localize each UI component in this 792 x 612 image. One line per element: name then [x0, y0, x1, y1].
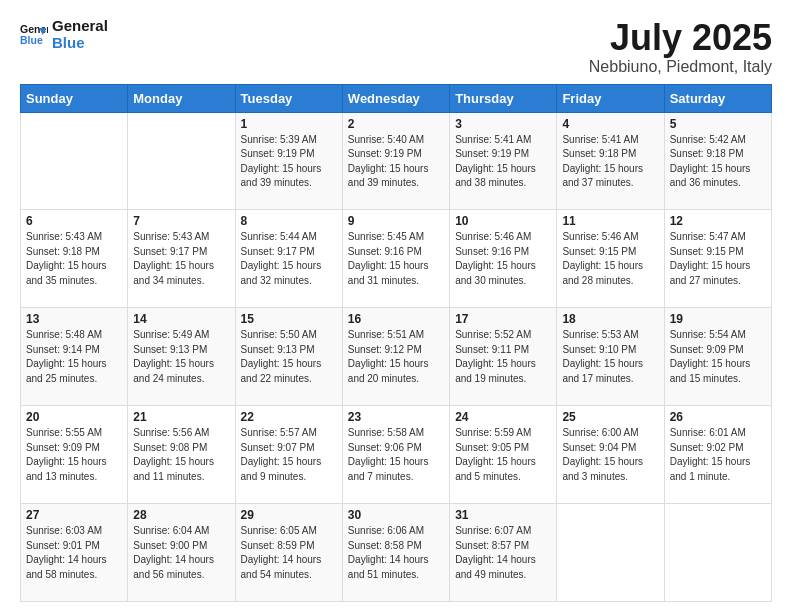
day-info: Sunrise: 5:48 AM Sunset: 9:14 PM Dayligh… — [26, 328, 122, 386]
day-number: 23 — [348, 410, 444, 424]
day-number: 10 — [455, 214, 551, 228]
calendar-cell: 15Sunrise: 5:50 AM Sunset: 9:13 PM Dayli… — [235, 308, 342, 406]
calendar-header-monday: Monday — [128, 84, 235, 112]
calendar-cell: 4Sunrise: 5:41 AM Sunset: 9:18 PM Daylig… — [557, 112, 664, 210]
day-info: Sunrise: 5:41 AM Sunset: 9:19 PM Dayligh… — [455, 133, 551, 191]
main-title: July 2025 — [589, 18, 772, 58]
calendar-cell: 27Sunrise: 6:03 AM Sunset: 9:01 PM Dayli… — [21, 504, 128, 602]
calendar-cell: 28Sunrise: 6:04 AM Sunset: 9:00 PM Dayli… — [128, 504, 235, 602]
day-number: 4 — [562, 117, 658, 131]
day-info: Sunrise: 6:05 AM Sunset: 8:59 PM Dayligh… — [241, 524, 337, 582]
calendar-cell: 29Sunrise: 6:05 AM Sunset: 8:59 PM Dayli… — [235, 504, 342, 602]
calendar-cell: 6Sunrise: 5:43 AM Sunset: 9:18 PM Daylig… — [21, 210, 128, 308]
day-info: Sunrise: 6:07 AM Sunset: 8:57 PM Dayligh… — [455, 524, 551, 582]
day-info: Sunrise: 6:06 AM Sunset: 8:58 PM Dayligh… — [348, 524, 444, 582]
title-block: July 2025 Nebbiuno, Piedmont, Italy — [589, 18, 772, 76]
day-number: 17 — [455, 312, 551, 326]
day-info: Sunrise: 5:42 AM Sunset: 9:18 PM Dayligh… — [670, 133, 766, 191]
calendar-cell: 24Sunrise: 5:59 AM Sunset: 9:05 PM Dayli… — [450, 406, 557, 504]
calendar-cell: 10Sunrise: 5:46 AM Sunset: 9:16 PM Dayli… — [450, 210, 557, 308]
day-number: 12 — [670, 214, 766, 228]
header: General Blue General Blue July 2025 Nebb… — [20, 18, 772, 76]
calendar-cell — [21, 112, 128, 210]
calendar-cell: 17Sunrise: 5:52 AM Sunset: 9:11 PM Dayli… — [450, 308, 557, 406]
day-info: Sunrise: 5:46 AM Sunset: 9:15 PM Dayligh… — [562, 230, 658, 288]
calendar-week-1: 1Sunrise: 5:39 AM Sunset: 9:19 PM Daylig… — [21, 112, 772, 210]
day-number: 7 — [133, 214, 229, 228]
calendar-cell: 20Sunrise: 5:55 AM Sunset: 9:09 PM Dayli… — [21, 406, 128, 504]
day-number: 1 — [241, 117, 337, 131]
calendar-week-5: 27Sunrise: 6:03 AM Sunset: 9:01 PM Dayli… — [21, 504, 772, 602]
calendar-header-tuesday: Tuesday — [235, 84, 342, 112]
day-number: 18 — [562, 312, 658, 326]
day-info: Sunrise: 5:49 AM Sunset: 9:13 PM Dayligh… — [133, 328, 229, 386]
day-info: Sunrise: 5:54 AM Sunset: 9:09 PM Dayligh… — [670, 328, 766, 386]
day-number: 21 — [133, 410, 229, 424]
day-number: 13 — [26, 312, 122, 326]
calendar-cell: 11Sunrise: 5:46 AM Sunset: 9:15 PM Dayli… — [557, 210, 664, 308]
day-number: 15 — [241, 312, 337, 326]
day-info: Sunrise: 5:40 AM Sunset: 9:19 PM Dayligh… — [348, 133, 444, 191]
day-number: 27 — [26, 508, 122, 522]
calendar-cell — [664, 504, 771, 602]
calendar-header-thursday: Thursday — [450, 84, 557, 112]
calendar-cell: 8Sunrise: 5:44 AM Sunset: 9:17 PM Daylig… — [235, 210, 342, 308]
day-info: Sunrise: 6:04 AM Sunset: 9:00 PM Dayligh… — [133, 524, 229, 582]
calendar-cell: 1Sunrise: 5:39 AM Sunset: 9:19 PM Daylig… — [235, 112, 342, 210]
calendar-cell: 19Sunrise: 5:54 AM Sunset: 9:09 PM Dayli… — [664, 308, 771, 406]
logo-line1: General — [52, 18, 108, 35]
day-info: Sunrise: 5:50 AM Sunset: 9:13 PM Dayligh… — [241, 328, 337, 386]
calendar-week-3: 13Sunrise: 5:48 AM Sunset: 9:14 PM Dayli… — [21, 308, 772, 406]
calendar-cell: 5Sunrise: 5:42 AM Sunset: 9:18 PM Daylig… — [664, 112, 771, 210]
calendar-header-sunday: Sunday — [21, 84, 128, 112]
calendar-week-4: 20Sunrise: 5:55 AM Sunset: 9:09 PM Dayli… — [21, 406, 772, 504]
day-number: 9 — [348, 214, 444, 228]
logo: General Blue General Blue — [20, 18, 108, 51]
day-number: 24 — [455, 410, 551, 424]
calendar-header-saturday: Saturday — [664, 84, 771, 112]
day-number: 26 — [670, 410, 766, 424]
day-number: 31 — [455, 508, 551, 522]
svg-text:Blue: Blue — [20, 33, 43, 45]
day-info: Sunrise: 5:39 AM Sunset: 9:19 PM Dayligh… — [241, 133, 337, 191]
day-info: Sunrise: 5:41 AM Sunset: 9:18 PM Dayligh… — [562, 133, 658, 191]
calendar-week-2: 6Sunrise: 5:43 AM Sunset: 9:18 PM Daylig… — [21, 210, 772, 308]
calendar-cell: 12Sunrise: 5:47 AM Sunset: 9:15 PM Dayli… — [664, 210, 771, 308]
logo-line2: Blue — [52, 35, 108, 52]
calendar-header-row: SundayMondayTuesdayWednesdayThursdayFrid… — [21, 84, 772, 112]
day-number: 19 — [670, 312, 766, 326]
day-number: 22 — [241, 410, 337, 424]
calendar-cell: 21Sunrise: 5:56 AM Sunset: 9:08 PM Dayli… — [128, 406, 235, 504]
calendar-cell: 14Sunrise: 5:49 AM Sunset: 9:13 PM Dayli… — [128, 308, 235, 406]
day-number: 8 — [241, 214, 337, 228]
day-number: 25 — [562, 410, 658, 424]
calendar-cell: 3Sunrise: 5:41 AM Sunset: 9:19 PM Daylig… — [450, 112, 557, 210]
day-number: 2 — [348, 117, 444, 131]
logo-icon: General Blue — [20, 21, 48, 49]
day-info: Sunrise: 6:01 AM Sunset: 9:02 PM Dayligh… — [670, 426, 766, 484]
day-number: 11 — [562, 214, 658, 228]
day-number: 20 — [26, 410, 122, 424]
calendar-cell: 25Sunrise: 6:00 AM Sunset: 9:04 PM Dayli… — [557, 406, 664, 504]
day-info: Sunrise: 5:56 AM Sunset: 9:08 PM Dayligh… — [133, 426, 229, 484]
day-info: Sunrise: 5:59 AM Sunset: 9:05 PM Dayligh… — [455, 426, 551, 484]
subtitle: Nebbiuno, Piedmont, Italy — [589, 58, 772, 76]
day-number: 14 — [133, 312, 229, 326]
calendar-cell: 16Sunrise: 5:51 AM Sunset: 9:12 PM Dayli… — [342, 308, 449, 406]
calendar-cell: 30Sunrise: 6:06 AM Sunset: 8:58 PM Dayli… — [342, 504, 449, 602]
calendar-cell — [557, 504, 664, 602]
calendar-cell: 13Sunrise: 5:48 AM Sunset: 9:14 PM Dayli… — [21, 308, 128, 406]
calendar-cell: 18Sunrise: 5:53 AM Sunset: 9:10 PM Dayli… — [557, 308, 664, 406]
calendar-header-wednesday: Wednesday — [342, 84, 449, 112]
day-info: Sunrise: 5:47 AM Sunset: 9:15 PM Dayligh… — [670, 230, 766, 288]
day-info: Sunrise: 6:00 AM Sunset: 9:04 PM Dayligh… — [562, 426, 658, 484]
calendar-cell: 2Sunrise: 5:40 AM Sunset: 9:19 PM Daylig… — [342, 112, 449, 210]
day-number: 28 — [133, 508, 229, 522]
day-number: 29 — [241, 508, 337, 522]
day-info: Sunrise: 5:45 AM Sunset: 9:16 PM Dayligh… — [348, 230, 444, 288]
calendar-header-friday: Friday — [557, 84, 664, 112]
day-number: 6 — [26, 214, 122, 228]
day-info: Sunrise: 6:03 AM Sunset: 9:01 PM Dayligh… — [26, 524, 122, 582]
calendar-cell: 22Sunrise: 5:57 AM Sunset: 9:07 PM Dayli… — [235, 406, 342, 504]
calendar-cell: 7Sunrise: 5:43 AM Sunset: 9:17 PM Daylig… — [128, 210, 235, 308]
